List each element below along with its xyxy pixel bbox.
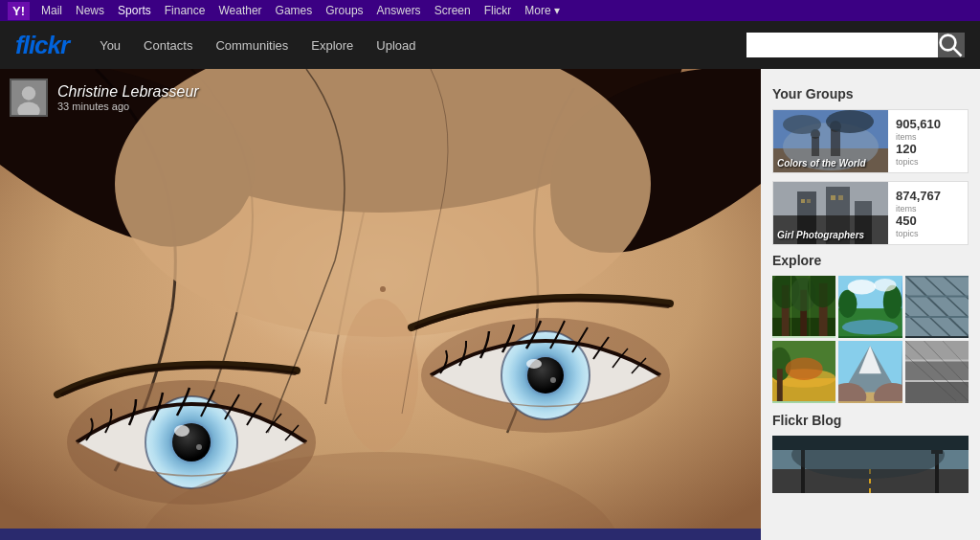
avatar bbox=[10, 79, 48, 117]
group-item-1[interactable]: Colors of the World 905,610 items 120 to… bbox=[772, 109, 969, 173]
sidebar: Your Groups Colors of the bbox=[761, 69, 980, 540]
blog-title: Flickr Blog bbox=[772, 413, 969, 428]
group-2-items-count: 874,767 bbox=[896, 189, 941, 203]
nav-more[interactable]: More ▾ bbox=[519, 4, 566, 17]
group-2-items-label: items bbox=[896, 204, 917, 214]
svg-point-60 bbox=[842, 320, 899, 335]
svg-point-8 bbox=[342, 299, 418, 452]
flickr-logo-text1: flick bbox=[15, 31, 60, 59]
explore-title: Explore bbox=[772, 253, 969, 268]
svg-point-61 bbox=[838, 290, 858, 318]
explore-thumb-4[interactable] bbox=[772, 341, 835, 403]
group-1-topics-label: topics bbox=[896, 157, 919, 167]
svg-point-20 bbox=[550, 377, 556, 383]
flickr-nav: You Contacts Communities Explore Upload bbox=[88, 38, 746, 53]
group-1-stats: 905,610 items 120 topics bbox=[888, 113, 968, 170]
svg-point-0 bbox=[941, 35, 956, 51]
explore-grid bbox=[772, 276, 969, 403]
svg-point-3 bbox=[22, 86, 35, 100]
group-2-label: Girl Photographers bbox=[777, 230, 864, 240]
user-info-overlay: Christine Lebrasseur 33 minutes ago bbox=[10, 79, 199, 117]
svg-point-19 bbox=[526, 359, 542, 369]
group-1-label: Colors of the World bbox=[777, 158, 866, 169]
nav-upload[interactable]: Upload bbox=[365, 38, 427, 53]
search-bar bbox=[746, 33, 965, 57]
nav-contacts[interactable]: Contacts bbox=[132, 38, 204, 53]
nav-you[interactable]: You bbox=[88, 38, 132, 53]
blog-thumb[interactable] bbox=[772, 436, 969, 493]
svg-rect-34 bbox=[831, 129, 840, 156]
photo-bottom-bar: 19 3 bbox=[0, 529, 761, 540]
your-groups-title: Your Groups bbox=[772, 86, 969, 101]
photo-area: Christine Lebrasseur 33 minutes ago bbox=[0, 69, 761, 540]
nav-finance[interactable]: Finance bbox=[159, 4, 212, 17]
svg-rect-47 bbox=[773, 182, 888, 215]
group-2-stats: 874,767 items 450 topics bbox=[888, 185, 968, 242]
nav-weather[interactable]: Weather bbox=[212, 4, 267, 17]
group-item-2[interactable]: Girl Photographers 874,767 items 450 top… bbox=[772, 181, 969, 245]
svg-point-63 bbox=[848, 280, 876, 295]
explore-thumb-1[interactable] bbox=[772, 276, 835, 338]
timestamp: 33 minutes ago bbox=[57, 101, 199, 112]
nav-explore[interactable]: Explore bbox=[300, 38, 365, 53]
group-1-topics-count: 120 bbox=[896, 142, 917, 156]
nav-screen[interactable]: Screen bbox=[429, 4, 477, 17]
user-text: Christine Lebrasseur 33 minutes ago bbox=[57, 83, 199, 112]
group-thumb-colors-world: Colors of the World bbox=[773, 110, 888, 172]
explore-thumb-6[interactable] bbox=[905, 341, 969, 403]
svg-point-21 bbox=[380, 286, 386, 292]
username: Christine Lebrasseur bbox=[57, 83, 199, 101]
explore-thumb-2[interactable] bbox=[838, 276, 902, 338]
nav-flickr[interactable]: Flickr bbox=[479, 4, 518, 17]
svg-point-64 bbox=[874, 279, 896, 292]
svg-marker-89 bbox=[905, 382, 969, 401]
svg-point-79 bbox=[786, 358, 823, 380]
nav-communities[interactable]: Communities bbox=[204, 38, 300, 53]
explore-thumb-3[interactable] bbox=[905, 276, 969, 338]
svg-rect-78 bbox=[777, 369, 783, 401]
nav-games[interactable]: Games bbox=[270, 4, 319, 17]
group-1-items-count: 905,610 bbox=[896, 117, 941, 131]
svg-point-36 bbox=[783, 115, 821, 134]
group-1-items-label: items bbox=[896, 132, 917, 142]
yahoo-nav-bar: Y! Mail News Sports Finance Weather Game… bbox=[0, 0, 980, 21]
flickr-logo[interactable]: flickr bbox=[15, 31, 69, 60]
nav-groups[interactable]: Groups bbox=[320, 4, 368, 17]
yahoo-logo: Y! bbox=[8, 2, 30, 20]
svg-point-14 bbox=[196, 444, 202, 450]
flickr-header: flickr You Contacts Communities Explore … bbox=[0, 21, 980, 69]
flickr-logo-text2: r bbox=[60, 31, 69, 59]
nav-mail[interactable]: Mail bbox=[35, 4, 68, 17]
main-photo bbox=[0, 69, 761, 529]
group-2-topics-count: 450 bbox=[896, 214, 917, 228]
svg-point-13 bbox=[174, 425, 189, 437]
nav-sports[interactable]: Sports bbox=[112, 4, 157, 17]
svg-rect-32 bbox=[812, 137, 819, 156]
explore-thumb-5[interactable] bbox=[838, 341, 902, 403]
nav-news[interactable]: News bbox=[70, 4, 110, 17]
group-2-topics-label: topics bbox=[896, 229, 919, 238]
svg-line-1 bbox=[954, 49, 962, 56]
svg-point-37 bbox=[826, 110, 874, 133]
svg-rect-102 bbox=[772, 436, 969, 450]
main-content: Christine Lebrasseur 33 minutes ago bbox=[0, 69, 980, 540]
group-thumb-girl-photographers: Girl Photographers bbox=[773, 182, 888, 244]
search-input[interactable] bbox=[746, 33, 938, 57]
nav-answers[interactable]: Answers bbox=[371, 4, 427, 17]
search-button[interactable] bbox=[938, 33, 965, 57]
